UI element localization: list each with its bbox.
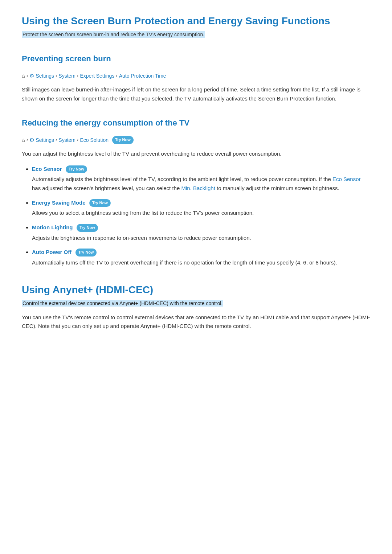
breadcrumb-arrow-1: › — [26, 72, 28, 80]
list-item-auto-power-off: Auto Power Off Try Now Automatically tur… — [32, 247, 370, 267]
min-backlight-link[interactable]: Min. Backlight — [181, 185, 215, 191]
breadcrumb-reducing: ⌂ › ⚙ Settings › System › Eco Solution T… — [22, 136, 370, 144]
eco-sensor-desc: Automatically adjusts the brightness lev… — [32, 175, 370, 193]
breadcrumb-auto-protection-time[interactable]: Auto Protection Time — [119, 72, 166, 80]
anynet-title: Using Anynet+ (HDMI-CEC) — [22, 283, 370, 296]
section-title-reducing: Reducing the energy consumption of the T… — [22, 116, 370, 131]
home-icon: ⌂ — [22, 71, 25, 80]
breadcrumb2-arrow-1: › — [26, 136, 28, 144]
auto-power-off-try-now-badge[interactable]: Try Now — [75, 249, 97, 257]
energy-saving-mode-title: Energy Saving Mode — [32, 200, 86, 206]
breadcrumb2-arrow-3: › — [77, 136, 78, 144]
energy-saving-mode-try-now-badge[interactable]: Try Now — [89, 199, 111, 207]
breadcrumb-arrow-3: › — [77, 72, 78, 80]
reducing-body-text: You can adjust the brightness level of t… — [22, 149, 370, 159]
auto-power-off-title: Auto Power Off — [32, 249, 72, 255]
breadcrumb-preventing: ⌂ › ⚙ Settings › System › Expert Setting… — [22, 71, 370, 80]
anynet-subtitle: Control the external devices connected v… — [22, 300, 223, 307]
list-item-motion-lighting: Motion Lighting Try Now Adjusts the brig… — [32, 223, 370, 242]
list-item-eco-sensor: Eco Sensor Try Now Automatically adjusts… — [32, 164, 370, 193]
breadcrumb2-arrow-2: › — [56, 136, 57, 144]
breadcrumb-expert-settings[interactable]: Expert Settings — [80, 72, 114, 80]
anynet-body-text: You can use the TV's remote control to c… — [22, 313, 370, 331]
preventing-body-text: Still images can leave burned-in after-i… — [22, 85, 370, 103]
section-reducing-energy: Reducing the energy consumption of the T… — [22, 116, 370, 267]
eco-sensor-inline-link[interactable]: Eco Sensor — [332, 176, 361, 182]
motion-lighting-title: Motion Lighting — [32, 224, 73, 230]
breadcrumb-system[interactable]: System — [58, 72, 75, 80]
auto-power-off-desc: Automatically turns off the TV to preven… — [32, 258, 370, 267]
eco-solution-try-now-badge[interactable]: Try Now — [112, 136, 134, 144]
breadcrumb-arrow-2: › — [56, 72, 57, 80]
gear-icon-2: ⚙ — [29, 136, 34, 144]
eco-sensor-try-now-badge[interactable]: Try Now — [66, 165, 87, 173]
list-item-energy-saving-mode: Energy Saving Mode Try Now Allows you to… — [32, 198, 370, 218]
breadcrumb2-system[interactable]: System — [58, 136, 75, 144]
anynet-subtitle-wrapper: Control the external devices connected v… — [22, 299, 370, 308]
eco-sensor-title: Eco Sensor — [32, 166, 62, 172]
page-subtitle-text: Protect the screen from screen burn-in a… — [22, 31, 205, 38]
breadcrumb2-settings[interactable]: Settings — [36, 136, 54, 144]
gear-icon: ⚙ — [29, 71, 34, 80]
home-icon-2: ⌂ — [22, 136, 25, 144]
motion-lighting-try-now-badge[interactable]: Try Now — [77, 224, 98, 232]
section-preventing-screen-burn: Preventing screen burn ⌂ › ⚙ Settings › … — [22, 52, 370, 103]
section-anynet: Using Anynet+ (HDMI-CEC) Control the ext… — [22, 283, 370, 331]
eco-features-list: Eco Sensor Try Now Automatically adjusts… — [32, 164, 370, 267]
breadcrumb-arrow-4: › — [116, 72, 117, 80]
page-subtitle: Protect the screen from screen burn-in a… — [22, 30, 370, 39]
breadcrumb-settings[interactable]: Settings — [36, 72, 54, 80]
energy-saving-mode-desc: Allows you to select a brightness settin… — [32, 209, 370, 218]
section-title-preventing: Preventing screen burn — [22, 52, 370, 66]
page-title: Using the Screen Burn Protection and Ene… — [22, 15, 370, 28]
motion-lighting-desc: Adjusts the brightness in response to on… — [32, 234, 370, 243]
breadcrumb2-eco-solution[interactable]: Eco Solution — [80, 136, 109, 144]
